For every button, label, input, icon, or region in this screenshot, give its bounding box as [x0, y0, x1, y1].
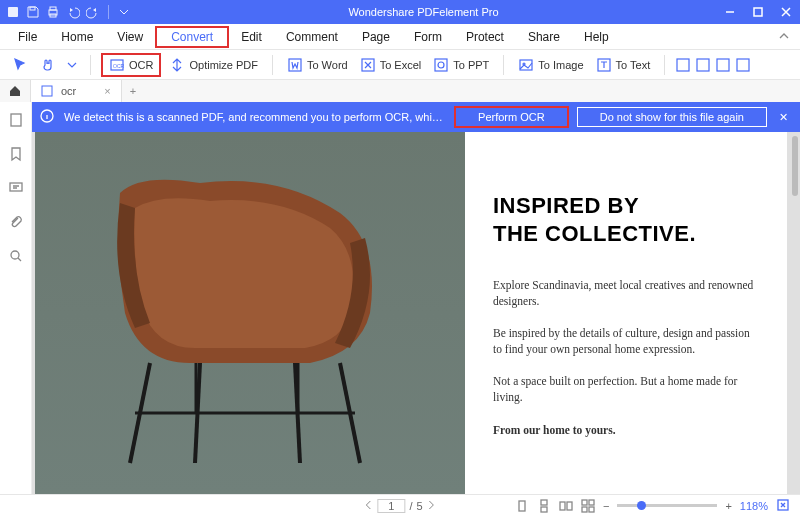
- next-page-icon[interactable]: [427, 500, 437, 512]
- svg-rect-33: [541, 507, 547, 512]
- menu-form[interactable]: Form: [402, 26, 454, 48]
- window-controls: [716, 0, 800, 24]
- menu-help[interactable]: Help: [572, 26, 621, 48]
- quick-access-toolbar: [0, 5, 131, 19]
- convert-misc1-icon[interactable]: [675, 57, 691, 73]
- current-page-input[interactable]: 1: [377, 499, 405, 513]
- convert-misc3-icon[interactable]: [715, 57, 731, 73]
- svg-rect-15: [677, 59, 689, 71]
- scrollbar-thumb[interactable]: [792, 136, 798, 196]
- zoom-out-icon[interactable]: −: [603, 500, 609, 512]
- optimize-icon: [169, 57, 185, 73]
- ocr-notification-bar: We detect this is a scanned PDF, and rec…: [32, 102, 800, 132]
- to-image-label: To Image: [538, 59, 583, 71]
- continuous-view-icon[interactable]: [537, 499, 551, 513]
- close-tab-icon[interactable]: ×: [104, 85, 110, 97]
- close-notification-icon[interactable]: ✕: [775, 111, 792, 124]
- svg-rect-36: [582, 500, 587, 505]
- svg-rect-32: [541, 500, 547, 505]
- total-pages: 5: [417, 500, 423, 512]
- save-icon[interactable]: [26, 5, 40, 19]
- document-view[interactable]: INSPIRED BYTHE COLLECTIVE. Explore Scand…: [32, 132, 800, 494]
- pdf-page: INSPIRED BYTHE COLLECTIVE. Explore Scand…: [35, 132, 787, 494]
- word-icon: [287, 57, 303, 73]
- minimize-button[interactable]: [716, 0, 744, 24]
- bookmarks-icon[interactable]: [8, 146, 24, 166]
- chevron-down-icon[interactable]: [64, 57, 80, 73]
- single-page-view-icon[interactable]: [515, 499, 529, 513]
- menu-convert[interactable]: Convert: [155, 26, 229, 48]
- close-button[interactable]: [772, 0, 800, 24]
- doc-paragraph: From our home to yours.: [493, 422, 759, 438]
- menu-protect[interactable]: Protect: [454, 26, 516, 48]
- zoom-slider[interactable]: [617, 504, 717, 507]
- svg-rect-31: [519, 501, 525, 511]
- separator: [664, 55, 665, 75]
- svg-rect-38: [582, 507, 587, 512]
- zoom-in-icon[interactable]: +: [725, 500, 731, 512]
- doc-paragraph: Be inspired by the details of culture, d…: [493, 325, 759, 357]
- ocr-icon: OCR: [109, 57, 125, 73]
- svg-rect-0: [8, 7, 18, 17]
- maximize-button[interactable]: [744, 0, 772, 24]
- dismiss-ocr-button[interactable]: Do not show for this file again: [577, 107, 767, 127]
- select-tool[interactable]: [8, 55, 32, 75]
- fit-page-icon[interactable]: [776, 498, 790, 514]
- document-tab[interactable]: ocr ×: [30, 80, 122, 102]
- menu-page[interactable]: Page: [350, 26, 402, 48]
- search-icon[interactable]: [8, 248, 24, 268]
- prev-page-icon[interactable]: [363, 500, 373, 512]
- optimize-pdf-button[interactable]: Optimize PDF: [165, 55, 261, 75]
- hand-tool[interactable]: [36, 55, 60, 75]
- doc-title: INSPIRED BYTHE COLLECTIVE.: [493, 192, 759, 247]
- convert-misc2-icon[interactable]: [695, 57, 711, 73]
- text-icon: [596, 57, 612, 73]
- content-column: We detect this is a scanned PDF, and rec…: [32, 102, 800, 494]
- print-icon[interactable]: [46, 5, 60, 19]
- to-ppt-label: To PPT: [453, 59, 489, 71]
- to-word-button[interactable]: To Word: [283, 55, 352, 75]
- menu-comment[interactable]: Comment: [274, 26, 350, 48]
- hand-icon: [40, 57, 56, 73]
- to-text-label: To Text: [616, 59, 651, 71]
- ppt-icon: [433, 57, 449, 73]
- svg-rect-19: [42, 86, 52, 96]
- menu-file[interactable]: File: [6, 26, 49, 48]
- add-tab-button[interactable]: +: [122, 85, 144, 97]
- info-icon: [40, 109, 56, 125]
- menu-view[interactable]: View: [105, 26, 155, 48]
- convert-misc4-icon[interactable]: [735, 57, 751, 73]
- menu-bar: File Home View Convert Edit Comment Page…: [0, 24, 800, 50]
- to-ppt-button[interactable]: To PPT: [429, 55, 493, 75]
- undo-icon[interactable]: [66, 5, 80, 19]
- thumbnails-icon[interactable]: [8, 112, 24, 132]
- separator: [90, 55, 91, 75]
- view-controls: − + 118%: [515, 498, 790, 514]
- chevron-down-icon[interactable]: [117, 5, 131, 19]
- redo-icon[interactable]: [86, 5, 100, 19]
- two-page-cont-icon[interactable]: [581, 499, 595, 513]
- svg-rect-35: [567, 502, 572, 510]
- collapse-ribbon-icon[interactable]: [778, 30, 790, 45]
- ocr-button[interactable]: OCR OCR: [101, 53, 161, 77]
- menu-share[interactable]: Share: [516, 26, 572, 48]
- zoom-slider-thumb[interactable]: [637, 501, 646, 510]
- doc-paragraph: Explore Scandinavia, meet local creative…: [493, 277, 759, 309]
- chair-illustration: [80, 153, 420, 473]
- menu-home[interactable]: Home: [49, 26, 105, 48]
- comments-icon[interactable]: [8, 180, 24, 200]
- zoom-level[interactable]: 118%: [740, 500, 768, 512]
- app-title: Wondershare PDFelement Pro: [131, 6, 716, 18]
- perform-ocr-button[interactable]: Perform OCR: [454, 106, 569, 128]
- separator: [272, 55, 273, 75]
- attachments-icon[interactable]: [8, 214, 24, 234]
- to-text-button[interactable]: To Text: [592, 55, 655, 75]
- menu-edit[interactable]: Edit: [229, 26, 274, 48]
- page-separator: /: [409, 500, 412, 512]
- svg-rect-37: [589, 500, 594, 505]
- svg-rect-39: [589, 507, 594, 512]
- to-excel-button[interactable]: To Excel: [356, 55, 426, 75]
- two-page-view-icon[interactable]: [559, 499, 573, 513]
- home-tab[interactable]: [0, 84, 30, 98]
- to-image-button[interactable]: To Image: [514, 55, 587, 75]
